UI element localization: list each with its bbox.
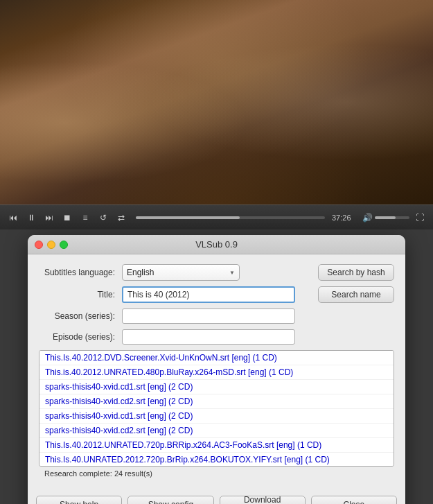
result-item[interactable]: This.is.40.2012.UNRATED.480p.BluRay.x264…	[39, 365, 394, 380]
result-count: 24 result(s)	[114, 469, 152, 478]
playlist-button[interactable]: ≡	[78, 210, 93, 225]
search-by-name-button[interactable]: Search name	[318, 286, 394, 303]
language-row: Subtitles language: English French Spani…	[39, 264, 394, 281]
window-maximize-button[interactable]	[60, 241, 68, 249]
status-text: Research complete:	[44, 469, 112, 478]
season-label: Season (series):	[39, 311, 122, 321]
language-control: English French Spanish German	[122, 264, 310, 281]
season-row: Season (series):	[39, 309, 394, 324]
volume-bar[interactable]	[375, 216, 409, 219]
result-item[interactable]: This.Is.40.2012.DVD.Screener.Xvid-UnKnOw…	[39, 351, 394, 365]
search-buttons-top: Search by hash	[318, 264, 394, 281]
language-label: Subtitles language:	[39, 268, 122, 277]
volume-fill	[375, 216, 396, 219]
season-control	[122, 309, 394, 324]
video-player	[0, 0, 433, 205]
progress-fill	[136, 216, 240, 219]
title-row: Title: Search name	[39, 286, 394, 303]
results-list[interactable]: This.Is.40.2012.DVD.Screener.Xvid-UnKnOw…	[39, 350, 394, 467]
title-label: Title:	[39, 290, 122, 299]
player-controls: ⏮ ⏸ ⏭ ⏹ ≡ ↺ ⇄ 37:26 🔊 ⛶	[0, 205, 433, 229]
result-item[interactable]: sparks-thisis40-xvid.cd2.srt [eng] (2 CD…	[39, 424, 394, 438]
episode-control	[122, 329, 394, 345]
window-close-button[interactable]	[35, 241, 43, 249]
result-item[interactable]: This.Is.40.UNRATED.2012.720p.BrRip.x264.…	[39, 453, 394, 467]
title-input[interactable]	[122, 286, 295, 303]
window-area: VLSub 0.9 Subtitles language: English Fr…	[0, 229, 433, 504]
rewind-button[interactable]: ⏮	[6, 210, 21, 225]
search-by-name-wrapper: Search name	[318, 286, 394, 303]
time-display: 37:26	[332, 214, 360, 222]
result-item[interactable]: sparks-thisis40-xvid.cd1.srt [eng] (2 CD…	[39, 380, 394, 394]
episode-input[interactable]	[122, 329, 295, 345]
close-button[interactable]: Close	[311, 496, 397, 504]
scene-overlay	[0, 0, 433, 205]
result-item[interactable]: sparks-thisis40-xvid.cd2.srt [eng] (2 CD…	[39, 394, 394, 409]
window-buttons	[35, 241, 68, 249]
status-bar: Research complete: 24 result(s)	[39, 467, 394, 480]
play-pause-button[interactable]: ⏸	[24, 210, 39, 225]
show-help-button[interactable]: Show help	[36, 496, 122, 504]
shuffle-button[interactable]: ⇄	[114, 210, 129, 225]
volume-icon: 🔊	[362, 213, 373, 223]
language-select[interactable]: English French Spanish German	[122, 264, 240, 281]
title-control	[122, 286, 310, 303]
dialog-body: Subtitles language: English French Spani…	[28, 254, 405, 490]
fast-forward-button[interactable]: ⏭	[42, 210, 57, 225]
loop-button[interactable]: ↺	[96, 210, 111, 225]
episode-row: Episode (series):	[39, 329, 394, 345]
fullscreen-button[interactable]: ⛶	[412, 210, 427, 225]
dialog-title: VLSub 0.9	[195, 239, 238, 250]
vlsub-dialog: VLSub 0.9 Subtitles language: English Fr…	[28, 235, 405, 504]
volume-area: 🔊	[362, 213, 409, 223]
bottom-buttons: Show help Show config Download selection…	[28, 490, 405, 504]
dialog-titlebar: VLSub 0.9	[28, 235, 405, 254]
language-select-wrapper: English French Spanish German	[122, 264, 240, 281]
stop-button[interactable]: ⏹	[60, 210, 75, 225]
result-item[interactable]: This.Is.40.2012.UNRATED.720p.BRRip.x264.…	[39, 438, 394, 453]
season-input[interactable]	[122, 309, 295, 324]
download-selection-button[interactable]: Download selection	[220, 496, 306, 504]
progress-bar[interactable]	[136, 216, 325, 219]
show-config-button[interactable]: Show config	[127, 496, 213, 504]
search-by-hash-button[interactable]: Search by hash	[318, 264, 394, 281]
episode-label: Episode (series):	[39, 332, 122, 342]
result-item[interactable]: sparks-thisis40-xvid.cd1.srt [eng] (2 CD…	[39, 409, 394, 424]
window-minimize-button[interactable]	[47, 241, 55, 249]
video-frame	[0, 0, 433, 205]
